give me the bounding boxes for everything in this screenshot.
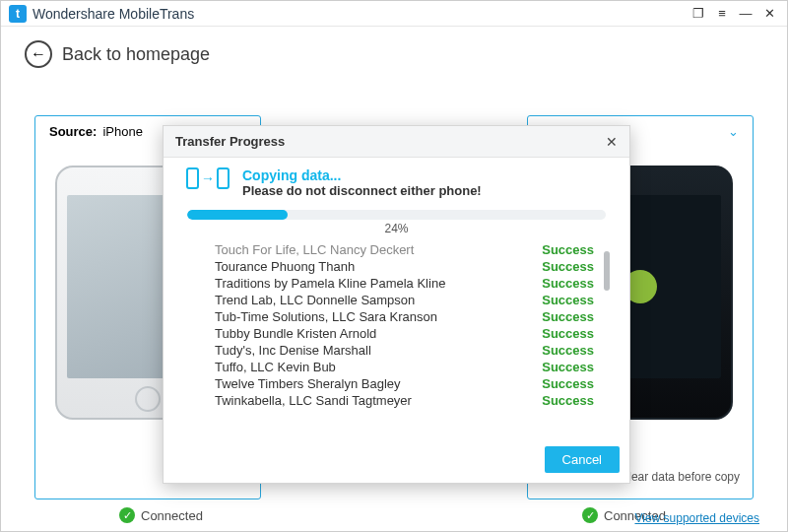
list-item: Tub-Time Solutions, LLC Sara KransonSucc… bbox=[181, 308, 612, 325]
supported-devices-link[interactable]: View supported devices bbox=[634, 511, 759, 525]
list-item-status: Success bbox=[542, 326, 594, 341]
list-item-status: Success bbox=[542, 343, 594, 358]
progress-bar bbox=[187, 210, 606, 220]
list-item: Tourance Phuong ThanhSuccess bbox=[181, 258, 612, 275]
source-connected-status: ✓ Connected bbox=[119, 507, 203, 523]
list-item: Twelve Timbers Sheralyn BagleySuccess bbox=[181, 375, 612, 392]
list-item-name: Tub-Time Solutions, LLC Sara Kranson bbox=[215, 309, 542, 324]
minimize-icon[interactable]: — bbox=[736, 4, 755, 24]
status-subtitle: Please do not disconnect either phone! bbox=[242, 183, 482, 198]
transfer-progress-dialog: Transfer Progress ✕ → Copying data... Pl… bbox=[163, 125, 630, 484]
list-item-status: Success bbox=[542, 293, 594, 307]
source-device: iPhone bbox=[102, 124, 142, 139]
progress-percent: 24% bbox=[181, 222, 612, 235]
list-item-status: Success bbox=[542, 259, 594, 274]
list-item: Touch For Life, LLC Nancy DeckertSuccess bbox=[181, 241, 612, 258]
transfer-list: Touch For Life, LLC Nancy DeckertSuccess… bbox=[181, 241, 612, 429]
list-item-name: Tourance Phuong Thanh bbox=[215, 259, 542, 274]
list-item-name: Touch For Life, LLC Nancy Deckert bbox=[215, 242, 542, 257]
list-item-status: Success bbox=[542, 242, 594, 257]
check-icon: ✓ bbox=[582, 507, 598, 523]
back-arrow-icon: ← bbox=[25, 40, 52, 68]
dialog-close-icon[interactable]: ✕ bbox=[606, 134, 618, 150]
feedback-icon[interactable]: ❐ bbox=[689, 4, 708, 24]
scrollbar-thumb[interactable] bbox=[604, 251, 610, 291]
list-item-name: Traditions by Pamela Kline Pamela Kline bbox=[215, 276, 542, 291]
list-item-status: Success bbox=[542, 309, 594, 324]
list-item: Tuffo, LLC Kevin BubSuccess bbox=[181, 359, 612, 375]
list-item-status: Success bbox=[542, 376, 594, 391]
cancel-button[interactable]: Cancel bbox=[545, 446, 620, 473]
list-item: Trend Lab, LLC Donnelle SampsonSuccess bbox=[181, 292, 612, 308]
menu-icon[interactable]: ≡ bbox=[712, 4, 732, 24]
app-logo: t bbox=[9, 5, 27, 23]
clear-data-label: Clear data before copy bbox=[621, 470, 740, 484]
list-item: Twinkabella, LLC Sandi TagtmeyerSuccess bbox=[181, 392, 612, 409]
app-title: Wondershare MobileTrans bbox=[33, 6, 194, 22]
check-icon: ✓ bbox=[119, 507, 135, 523]
status-title: Copying data... bbox=[242, 167, 482, 183]
list-item: Traditions by Pamela Kline Pamela KlineS… bbox=[181, 275, 612, 292]
back-label: Back to homepage bbox=[62, 44, 210, 65]
list-item-name: Tudy's, Inc Denise Marshall bbox=[215, 343, 542, 358]
list-item-status: Success bbox=[542, 276, 594, 291]
list-item-name: Trend Lab, LLC Donnelle Sampson bbox=[215, 293, 542, 307]
list-item-status: Success bbox=[542, 393, 594, 408]
source-label: Source: bbox=[49, 124, 97, 139]
transfer-icon: → bbox=[185, 167, 230, 189]
source-connected-label: Connected bbox=[141, 508, 203, 523]
list-item: Tubby Bundle Kristen ArnoldSuccess bbox=[181, 325, 612, 342]
list-item-name: Tubby Bundle Kristen Arnold bbox=[215, 326, 542, 341]
list-item: Tudy's, Inc Denise MarshallSuccess bbox=[181, 342, 612, 359]
chevron-down-icon[interactable]: ⌄ bbox=[728, 124, 739, 139]
close-icon[interactable]: ✕ bbox=[759, 4, 779, 24]
list-item-name: Twinkabella, LLC Sandi Tagtmeyer bbox=[215, 393, 542, 408]
list-item-name: Tuffo, LLC Kevin Bub bbox=[215, 360, 542, 374]
dialog-title: Transfer Progress bbox=[175, 134, 285, 149]
list-item-name: Twelve Timbers Sheralyn Bagley bbox=[215, 376, 542, 391]
back-link[interactable]: ← Back to homepage bbox=[25, 36, 763, 72]
list-item-status: Success bbox=[542, 360, 594, 374]
